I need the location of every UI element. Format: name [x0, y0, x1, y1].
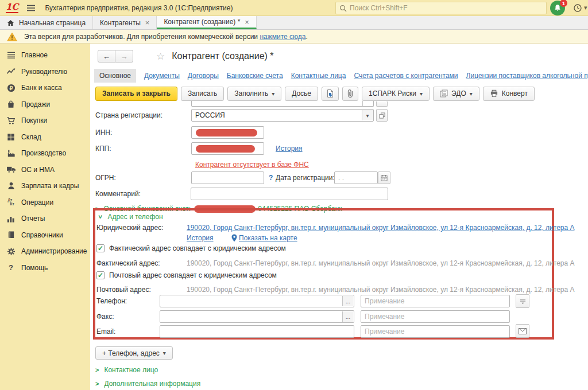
form-area: ← → ☆ Контрагент (создание) * Основное Д…: [90, 44, 588, 390]
spark-risks-button[interactable]: 1СПАРК Риски▾: [362, 87, 430, 101]
sidebar-item-os-nma[interactable]: ОС и НМА: [0, 162, 90, 178]
contact-person-section[interactable]: > Контактное лицо: [95, 366, 158, 374]
country-open-button[interactable]: [376, 109, 388, 122]
edo-button[interactable]: ЭДО▾: [433, 87, 479, 101]
partial-field-cutoff[interactable]: [191, 101, 374, 107]
sidebar-item-prodazhi[interactable]: Продажи: [0, 96, 90, 113]
add-phone-address-button[interactable]: + Телефон, адрес ▾: [95, 346, 173, 360]
email-note-input[interactable]: [361, 325, 510, 338]
titlebar-menu-caret-icon[interactable]: ▾: [584, 4, 587, 11]
form-tab-licenses[interactable]: Лицензии поставщиков алкогольной продукц…: [466, 72, 588, 80]
favorite-star-icon[interactable]: ☆: [156, 50, 165, 63]
country-dropdown-caret-icon[interactable]: ▾: [362, 110, 373, 120]
sidebar-item-proizvodstvo[interactable]: Производство: [0, 145, 90, 162]
show-on-map-link[interactable]: Показать на карте: [239, 234, 297, 242]
inn-field[interactable]: [191, 126, 264, 139]
dtkt-icon: ДтКт: [6, 198, 16, 206]
fax-input[interactable]: [160, 313, 332, 321]
pallet-icon: [6, 133, 16, 141]
main-menu-icon[interactable]: [26, 4, 36, 12]
form-tab-osnovnoe[interactable]: Основное: [94, 69, 136, 83]
phone-ellipsis-button[interactable]: ...: [342, 296, 353, 306]
email-send-button[interactable]: [516, 324, 529, 338]
sidebar-item-zarplata-kadry[interactable]: Зарплата и кадры: [0, 178, 90, 194]
forward-button[interactable]: →: [115, 50, 133, 63]
post-address-checkbox[interactable]: ✓: [96, 271, 105, 279]
fill-button[interactable]: Заполнить▾: [227, 87, 281, 101]
cart-icon: [6, 116, 16, 125]
fact-address-checkbox[interactable]: ✓: [96, 244, 105, 252]
chevron-down-icon: >: [97, 215, 104, 219]
fax-note-input[interactable]: [361, 310, 510, 323]
fax-ellipsis-button[interactable]: ...: [342, 311, 353, 322]
sidebar-item-glavnoe[interactable]: Главное: [0, 47, 90, 64]
fax-field[interactable]: ...: [160, 310, 354, 323]
comment-input[interactable]: [191, 188, 388, 200]
1c-logo-icon: 1С: [6, 2, 18, 13]
trend-icon: [6, 68, 16, 75]
comment-label: Комментарий:: [95, 190, 141, 198]
notifications-button[interactable]: 1: [550, 1, 566, 16]
buy-version-link[interactable]: нажмите сюда: [260, 33, 305, 41]
partial-open-button[interactable]: [376, 101, 388, 107]
fact-address-value: 190020, Город Санкт-Петербург, вн.тер.г.…: [187, 259, 575, 267]
history-icon[interactable]: [573, 3, 582, 14]
form-tab-bank-accounts[interactable]: Банковские счета: [227, 72, 283, 80]
dossier-button[interactable]: Досье: [285, 87, 318, 101]
form-tab-contacts[interactable]: Контактные лица: [291, 72, 346, 80]
help-icon: ?: [6, 263, 16, 272]
tab-kontragent-create[interactable]: Контрагент (создание) * ×: [157, 16, 257, 29]
tab-close-icon[interactable]: ×: [245, 18, 249, 26]
tab-close-icon[interactable]: ×: [145, 18, 150, 27]
sidebar-item-sklad[interactable]: Склад: [0, 129, 90, 146]
email-input[interactable]: [160, 325, 354, 338]
home-icon: [7, 20, 14, 26]
ogrn-help-icon[interactable]: ?: [269, 174, 273, 182]
printer-icon: [490, 89, 498, 98]
legal-address-history-link[interactable]: История: [187, 234, 214, 242]
save-button[interactable]: Записать: [181, 87, 224, 101]
load-file-button[interactable]: [322, 87, 339, 101]
global-search[interactable]: [335, 2, 547, 14]
tab-home-label: Начальная страница: [19, 19, 86, 27]
ogrn-input[interactable]: [191, 171, 264, 184]
chevron-right-icon: >: [95, 380, 99, 387]
phone-input[interactable]: [160, 297, 332, 305]
phone-field[interactable]: ...: [160, 295, 354, 307]
form-tab-dokumenty[interactable]: Документы: [144, 72, 180, 80]
sidebar-item-pomosch[interactable]: ? Помощь: [0, 260, 90, 276]
tab-kontragenty[interactable]: Контрагенты ×: [93, 16, 157, 29]
form-tab-dogovory[interactable]: Договоры: [188, 72, 219, 80]
kpp-field[interactable]: [191, 142, 264, 155]
sidebar-item-operacii[interactable]: ДтКт Операции: [0, 194, 90, 211]
country-field[interactable]: РОССИЯ ▾: [191, 109, 374, 122]
fns-warning-link[interactable]: Контрагент отсутствует в базе ФНС: [195, 161, 309, 169]
attachments-button[interactable]: [342, 87, 358, 101]
extra-info-title: Дополнительная информация: [104, 380, 200, 388]
kpp-history-link[interactable]: История: [276, 145, 303, 153]
sidebar-item-spravochniki[interactable]: Справочники: [0, 227, 90, 244]
envelope-print-button[interactable]: Конверт: [483, 87, 535, 101]
reg-date-input[interactable]: [334, 171, 378, 184]
sidebar-item-otchety[interactable]: Отчеты: [0, 210, 90, 227]
list-caret-icon: [519, 298, 527, 305]
phone-actions-button[interactable]: [516, 294, 529, 308]
legal-address-link[interactable]: 190020, Город Санкт-Петербург, вн.тер.г.…: [187, 224, 575, 232]
tab-home[interactable]: Начальная страница: [0, 16, 93, 29]
sidebar-item-bank-kassa[interactable]: ₽ Банк и касса: [0, 80, 90, 96]
phone-note-input[interactable]: [361, 295, 510, 307]
sidebar-item-administrirovanie[interactable]: Администрирование: [0, 243, 90, 260]
sidebar-item-pokupki[interactable]: Покупки: [0, 112, 90, 129]
back-button[interactable]: ←: [98, 50, 115, 63]
extra-info-section[interactable]: > Дополнительная информация: [95, 380, 200, 388]
calendar-button[interactable]: [378, 171, 390, 184]
contact-person-title: Контактное лицо: [104, 366, 158, 374]
address-phone-section-header[interactable]: > Адрес и телефон: [99, 213, 163, 221]
form-tab-settlement-accounts[interactable]: Счета расчетов с контрагентами: [354, 72, 458, 80]
window-tab-bar: Начальная страница Контрагенты × Контраг…: [0, 16, 588, 30]
save-and-close-button[interactable]: Записать и закрыть: [95, 87, 177, 101]
notification-badge: 1: [560, 0, 567, 7]
app-title: Бухгалтерия предприятия, редакция 3.0 (1…: [45, 4, 233, 12]
sidebar-item-rukovoditelyu[interactable]: Руководителю: [0, 64, 90, 80]
search-input[interactable]: [350, 4, 543, 12]
